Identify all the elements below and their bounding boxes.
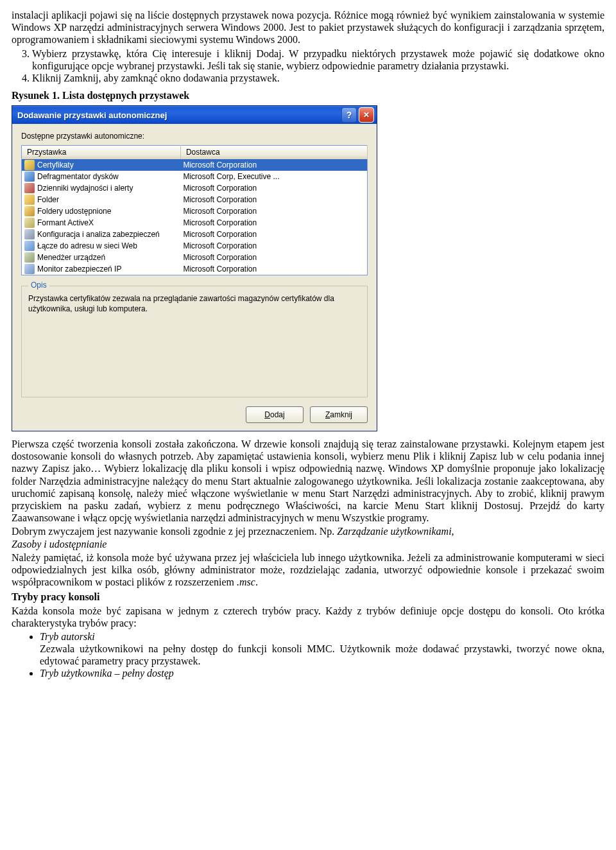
text: Dobrym zwyczajem jest nazywanie konsoli … xyxy=(12,526,337,537)
btn-text: odaj xyxy=(270,410,285,419)
dialog-window: Dodawanie przystawki autonomicznej ? ✕ D… xyxy=(12,105,377,431)
snapin-icon xyxy=(24,206,35,216)
snapin-icon xyxy=(24,264,35,274)
close-dialog-button[interactable]: Zamknij xyxy=(310,406,368,423)
figure-caption: Rysunek 1. Lista dostępnych przystawek xyxy=(12,89,604,101)
paragraph: instalacji aplikacji pojawi się na liści… xyxy=(12,9,604,46)
listview-row[interactable]: Menedżer urządzeńMicrosoft Corporation xyxy=(22,252,368,263)
mode-name: Tryb użytkownika – pełny dostęp xyxy=(40,668,174,679)
btn-accel: Z xyxy=(325,410,330,419)
listview-row[interactable]: Łącze do adresu w sieci WebMicrosoft Cor… xyxy=(22,240,368,252)
step-3: Wybierz przystawkę, która Cię interesuje… xyxy=(32,48,604,72)
listview-row[interactable]: FolderMicrosoft Corporation xyxy=(22,194,368,205)
snapin-vendor: Microsoft Corporation xyxy=(180,159,367,171)
snapin-vendor: Microsoft Corporation xyxy=(180,252,367,263)
modes-list: Tryb autorski Zezwala użytkownikowi na p… xyxy=(12,630,604,680)
mode-desc: Zezwala użytkownikowi na pełny dostęp do… xyxy=(40,643,604,666)
snapin-name: Certyfikaty xyxy=(37,160,74,169)
listview-row[interactable]: Monitor zabezpieczeń IPMicrosoft Corpora… xyxy=(22,263,368,275)
dialog-screenshot: Dodawanie przystawki autonomicznej ? ✕ D… xyxy=(12,105,604,431)
col-name[interactable]: Przystawka xyxy=(22,145,181,159)
dialog-body: Dostępne przystawki autonomiczne: Przyst… xyxy=(12,124,377,431)
help-button[interactable]: ? xyxy=(341,107,357,123)
paragraph: Należy pamiętać, iż konsola może być uży… xyxy=(12,551,604,589)
listview-row[interactable]: Dzienniki wydajności i alertyMicrosoft C… xyxy=(22,182,368,194)
italic-text: Zasoby i udostępnianie xyxy=(12,539,107,550)
snapin-name: Monitor zabezpieczeń IP xyxy=(37,265,121,273)
snapin-vendor: Microsoft Corporation xyxy=(180,182,367,194)
description-legend: Opis xyxy=(28,281,49,290)
paragraph: Dobrym zwyczajem jest nazywanie konsoli … xyxy=(12,525,604,550)
btn-accel: D xyxy=(264,410,270,419)
add-button[interactable]: Dodaj xyxy=(246,406,304,423)
text: . xyxy=(255,577,258,587)
mode-name: Tryb autorski xyxy=(40,631,95,642)
snapin-name: Menedżer urządzeń xyxy=(37,253,105,262)
listview-row[interactable]: Defragmentator dyskówMicrosoft Corp, Exe… xyxy=(22,171,368,182)
snapin-icon xyxy=(24,229,35,239)
snapin-vendor: Microsoft Corporation xyxy=(180,263,367,275)
snapin-icon xyxy=(24,218,35,228)
snapin-icon xyxy=(24,160,35,170)
btn-text: amknij xyxy=(330,410,352,419)
italic-text: .msc xyxy=(237,577,255,587)
listview-row[interactable]: Foldery udostępnioneMicrosoft Corporatio… xyxy=(22,205,368,217)
description-groupbox: Opis Przystawka certyfikatów zezwala na … xyxy=(21,286,368,397)
snapin-icon xyxy=(24,171,35,182)
snapin-name: Łącze do adresu w sieci Web xyxy=(37,241,137,250)
snapin-name: Foldery udostępnione xyxy=(37,207,111,216)
text: , xyxy=(452,526,454,537)
snapin-name: Defragmentator dysków xyxy=(37,172,119,181)
available-snapins-label: Dostępne przystawki autonomiczne: xyxy=(21,132,368,141)
snapin-vendor: Microsoft Corp, Executive ... xyxy=(180,171,367,182)
dialog-buttons: Dodaj Zamknij xyxy=(21,406,368,423)
snapin-icon xyxy=(24,183,35,193)
snapin-name: Folder xyxy=(37,195,59,204)
italic-text: Zarządzanie użytkownikami xyxy=(337,526,451,537)
snapin-icon xyxy=(24,195,35,205)
step-list: Wybierz przystawkę, która Cię interesuje… xyxy=(12,48,604,85)
snapin-vendor: Microsoft Corporation xyxy=(180,217,367,229)
paragraph: Pierwsza część tworzenia konsoli została… xyxy=(12,438,604,524)
listview-row[interactable]: Konfiguracja i analiza zabezpieczeńMicro… xyxy=(22,229,368,240)
mode-user-full: Tryb użytkownika – pełny dostęp xyxy=(40,667,604,679)
snapin-name: Formant ActiveX xyxy=(37,218,94,227)
snapin-name: Konfiguracja i analiza zabezpieczeń xyxy=(37,230,160,239)
snapin-listview[interactable]: Przystawka Dostawca CertyfikatyMicrosoft… xyxy=(21,145,368,275)
description-text: Przystawka certyfikatów zezwala na przeg… xyxy=(28,294,361,314)
snapin-vendor: Microsoft Corporation xyxy=(180,240,367,252)
text: Należy pamiętać, iż konsola może być uży… xyxy=(12,552,604,587)
snapin-vendor: Microsoft Corporation xyxy=(180,229,367,240)
listview-row[interactable]: CertyfikatyMicrosoft Corporation xyxy=(22,159,368,171)
listview-row[interactable]: Formant ActiveXMicrosoft Corporation xyxy=(22,217,368,229)
paragraph: Każda konsola może być zapisana w jednym… xyxy=(12,605,604,629)
title-bar: Dodawanie przystawki autonomicznej ? ✕ xyxy=(12,106,377,124)
close-button[interactable]: ✕ xyxy=(359,107,374,123)
dialog-title: Dodawanie przystawki autonomicznej xyxy=(17,110,339,121)
snapin-vendor: Microsoft Corporation xyxy=(180,205,367,217)
listview-header: Przystawka Dostawca xyxy=(22,145,368,159)
step-4: Kliknij Zamknij, aby zamknąć okno dodawa… xyxy=(32,72,604,84)
section-heading: Tryby pracy konsoli xyxy=(12,591,604,603)
col-vendor[interactable]: Dostawca xyxy=(180,145,367,159)
mode-author: Tryb autorski Zezwala użytkownikowi na p… xyxy=(40,630,604,668)
snapin-icon xyxy=(24,252,35,263)
snapin-icon xyxy=(24,241,35,251)
snapin-vendor: Microsoft Corporation xyxy=(180,194,367,205)
snapin-name: Dzienniki wydajności i alerty xyxy=(37,184,133,193)
